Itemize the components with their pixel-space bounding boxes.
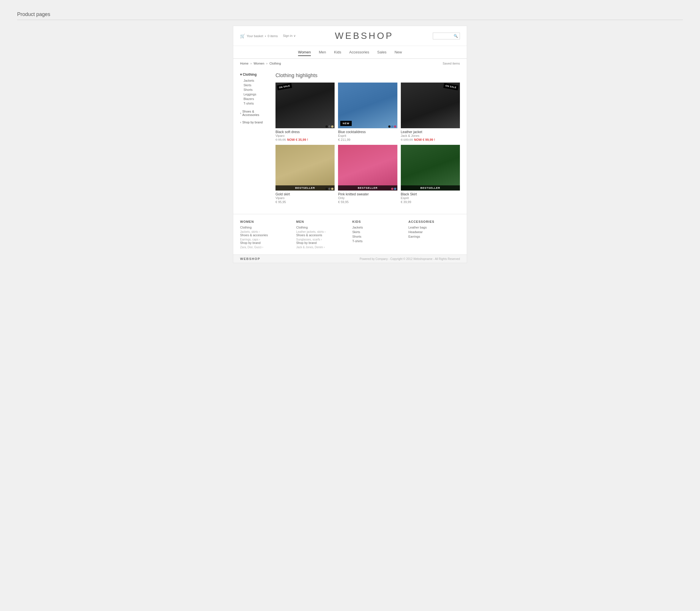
breadcrumb-arrow-1: › xyxy=(250,62,253,65)
saved-items-link[interactable]: Saved items xyxy=(442,62,460,65)
footer-col-0: WOMENClothingJackets, skirts ›Shoes & ac… xyxy=(240,220,292,249)
sidebar-shoes[interactable]: › Shoes & Accessories xyxy=(240,110,269,117)
swatch xyxy=(331,188,333,190)
footer-item-0-0[interactable]: Clothing xyxy=(240,226,292,229)
basket-label: Your basket xyxy=(247,34,263,38)
product-price: € 59,95 xyxy=(338,200,397,204)
footer-col-3: ACCESSORIESLeather bagsHeadwearEarrings xyxy=(409,220,460,249)
product-name: Gold skirt xyxy=(275,192,335,196)
footer-sub-1-0[interactable]: Leather jackets, skirts › xyxy=(296,230,348,233)
price-now: NOW € 99,99 ! xyxy=(414,138,435,141)
shop-nav: WomenMenKidsAccessoriesSalesNew xyxy=(233,46,467,59)
nav-item-new[interactable]: New xyxy=(395,49,402,56)
nav-item-sales[interactable]: Sales xyxy=(377,49,386,56)
sidebar-shoes-arrow: › xyxy=(240,111,241,115)
header-left: 🛒 Your basket • 0 items Sign in ∨ xyxy=(240,34,296,38)
color-swatches xyxy=(391,188,396,190)
sidebar-subcat-blazers[interactable]: Blazers xyxy=(244,96,269,101)
breadcrumb-bar: Home › Women › Clothing Saved items xyxy=(233,59,467,68)
sidebar-subcat-jackets[interactable]: Jackets xyxy=(244,78,269,83)
nav-item-men[interactable]: Men xyxy=(319,49,326,56)
product-card-2[interactable]: ON SALELeather jacketJack & Jones€ 189,9… xyxy=(401,83,460,141)
footer-item-3-0[interactable]: Leather bags xyxy=(409,226,460,229)
sidebar-subcat-t-shirts[interactable]: T-shirts xyxy=(244,101,269,106)
footer-item-2-2[interactable]: Shorts xyxy=(352,235,404,238)
product-price: € 95,95 xyxy=(275,200,335,204)
footer-item-0-2[interactable]: Shop by brand xyxy=(240,241,292,244)
sidebar-brand-section: › Shop by brand xyxy=(240,121,269,124)
breadcrumb-arrow-2: › xyxy=(267,62,268,65)
footer-item-2-0[interactable]: Jackets xyxy=(352,226,404,229)
footer-sub-1-1[interactable]: Sunglasses, scarfs › xyxy=(296,238,348,241)
basket-count: 0 items xyxy=(268,34,278,38)
products-area: Clothing highlights ON SALEBlack soft dr… xyxy=(273,68,467,208)
swatch xyxy=(388,125,391,128)
badge-new: NEW xyxy=(340,121,352,126)
product-name: Leather jacket xyxy=(401,130,460,134)
sidebar-clothing[interactable]: ▾ Clothing xyxy=(240,73,269,77)
product-card-5[interactable]: BESTSELLERBlack SkirtEsprit€ 39,99 xyxy=(401,145,460,204)
footer-item-1-0[interactable]: Clothing xyxy=(296,226,348,229)
product-name: Black Skirt xyxy=(401,192,460,196)
sidebar-brand[interactable]: › Shop by brand xyxy=(240,121,269,124)
bottom-bar: WEBSHOP Powered by Company - Copyright ©… xyxy=(233,254,467,263)
sidebar-subcat-shorts[interactable]: Shorts xyxy=(244,87,269,92)
nav-item-women[interactable]: Women xyxy=(298,49,311,56)
footer-col-title-0: WOMEN xyxy=(240,220,292,223)
footer-col-title-3: ACCESSORIES xyxy=(409,220,460,223)
breadcrumb-home[interactable]: Home xyxy=(240,62,248,65)
footer-col-title-1: MEN xyxy=(296,220,348,223)
footer-item-2-3[interactable]: T-shirts xyxy=(352,239,404,243)
nav-item-accessories[interactable]: Accessories xyxy=(349,49,369,56)
product-card-4[interactable]: BESTSELLERPink knitted sweaterOnly€ 59,9… xyxy=(338,145,397,204)
sidebar: ▾ Clothing JacketsSkirtsShortsLeggingsBl… xyxy=(233,68,273,208)
footer-item-2-1[interactable]: Skirts xyxy=(352,230,404,234)
footer-col-title-2: KIDS xyxy=(352,220,404,223)
breadcrumb-women[interactable]: Women xyxy=(254,62,264,65)
nav-item-kids[interactable]: Kids xyxy=(334,49,341,56)
footer-sub-0-2[interactable]: Zara, Dior, Gucci › xyxy=(240,245,292,249)
product-brand: Viparo xyxy=(275,134,335,137)
price-now: NOW € 35,99 ! xyxy=(287,138,308,141)
swatch xyxy=(391,188,393,190)
page-title-divider xyxy=(17,20,683,20)
footer-item-3-2[interactable]: Earrings xyxy=(409,235,460,238)
product-card-1[interactable]: NEWBlue cocktaildressEsprit€ 211,99 xyxy=(338,83,397,141)
products-grid: ON SALEBlack soft dressViparo€ 95,95NOW … xyxy=(275,83,460,204)
footer-sub-1-2[interactable]: Jack & Jones, Denim › xyxy=(296,245,348,249)
search-container: 🔍 xyxy=(433,33,460,40)
badge-on-sale: ON SALE xyxy=(277,83,292,91)
swatch xyxy=(331,125,333,128)
sidebar-subcat-skirts[interactable]: Skirts xyxy=(244,83,269,87)
footer-nav: WOMENClothingJackets, skirts ›Shoes & ac… xyxy=(233,214,467,254)
page-wrapper: Product pages 🛒 Your basket • 0 items Si… xyxy=(0,0,700,274)
footer-sub-0-1[interactable]: Earrings, caps › xyxy=(240,238,292,241)
sidebar-clothing-toggle: ▾ xyxy=(240,73,243,77)
color-swatches xyxy=(325,125,333,128)
product-name: Black soft dress xyxy=(275,130,335,134)
footer-sub-0-0[interactable]: Jackets, skirts › xyxy=(240,230,292,233)
signin-link[interactable]: Sign in ∨ xyxy=(283,34,296,38)
sidebar-clothing-section: ▾ Clothing JacketsSkirtsShortsLeggingsBl… xyxy=(240,73,269,106)
footer-item-3-1[interactable]: Headwear xyxy=(409,230,460,234)
sidebar-subcategories: JacketsSkirtsShortsLeggingsBlazersT-shir… xyxy=(240,78,269,106)
breadcrumb-clothing[interactable]: Clothing xyxy=(270,62,281,65)
footer-item-1-2[interactable]: Shop by brand xyxy=(296,241,348,244)
color-swatches xyxy=(388,125,396,128)
footer-item-0-1[interactable]: Shoes & accesories xyxy=(240,233,292,237)
product-card-0[interactable]: ON SALEBlack soft dressViparo€ 95,95NOW … xyxy=(275,83,335,141)
product-price: € 211,99 xyxy=(338,138,397,141)
section-title: Clothing highlights xyxy=(275,73,460,78)
sidebar-shoes-section: › Shoes & Accessories xyxy=(240,110,269,117)
shop-header: 🛒 Your basket • 0 items Sign in ∨ WEBSHO… xyxy=(233,26,467,46)
basket-icon: 🛒 xyxy=(240,34,245,38)
swatch xyxy=(394,188,396,190)
sidebar-subcat-leggings[interactable]: Leggings xyxy=(244,92,269,96)
basket-separator: • xyxy=(265,34,266,38)
shop-logo: WEBSHOP xyxy=(296,31,433,41)
swatch xyxy=(325,125,328,128)
footer-item-1-1[interactable]: Shoes & accesoris xyxy=(296,233,348,237)
swatch xyxy=(328,125,331,128)
search-button[interactable]: 🔍 xyxy=(452,33,460,39)
product-card-3[interactable]: BESTSELLERGold skirtViparo€ 95,95 xyxy=(275,145,335,204)
